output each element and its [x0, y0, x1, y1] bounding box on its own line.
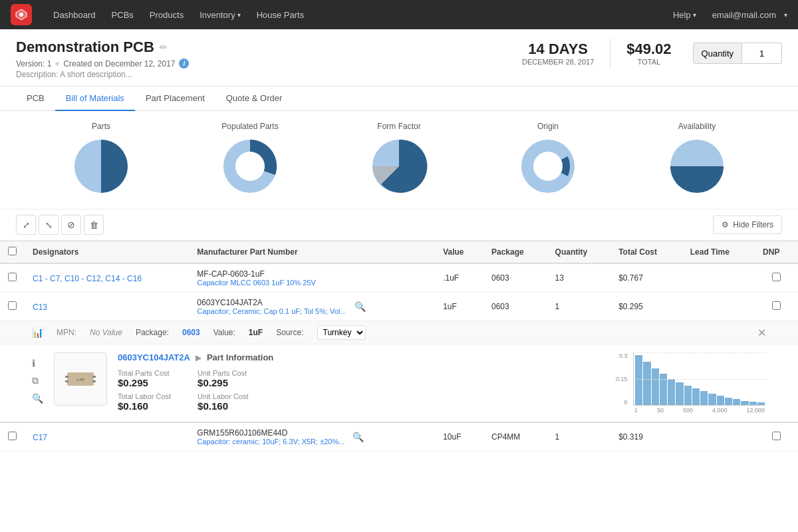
nav-help[interactable]: Help ▾ — [665, 0, 704, 29]
total-parts-cost-label: Total Parts Cost — [118, 369, 171, 377]
collapse-btn[interactable]: ⤡ — [39, 215, 59, 235]
info-detail-icon[interactable]: ℹ — [32, 358, 43, 368]
search-mpn-btn[interactable]: 🔍 — [352, 301, 368, 312]
nav-email[interactable]: email@mail.com — [704, 0, 784, 29]
filter-clear-btn[interactable]: ⊘ — [61, 215, 81, 235]
total-section: $49.02 TOTAL — [610, 41, 687, 66]
dnp-checkbox[interactable] — [772, 432, 781, 440]
quantity-cell: 13 — [547, 263, 611, 293]
package-cell: 0603 — [483, 263, 547, 293]
chart-populated-parts: Populated Parts — [220, 122, 280, 198]
delete-btn[interactable]: 🗑 — [84, 215, 104, 235]
part-detail-link[interactable]: 0603YC104JAT2A — [118, 352, 190, 362]
nav-dashboard[interactable]: Dashboard — [45, 0, 104, 29]
quantity-input[interactable] — [742, 43, 782, 64]
expand-btn[interactable]: ⤢ — [16, 215, 36, 235]
svg-rect-9 — [65, 376, 68, 378]
logo[interactable] — [11, 4, 32, 25]
mpn-desc: Capacitor MLCC 0603 1uF 10% 25V — [197, 279, 427, 287]
page-header: Demonstration PCB ✏ Version: 1 ▾ Created… — [0, 29, 798, 86]
quantity-section: Quantity — [693, 43, 782, 64]
copy-icon[interactable]: ⧉ — [32, 375, 43, 386]
tab-bom[interactable]: Bill of Materials — [55, 86, 135, 111]
hide-filters-btn[interactable]: ⚙ Hide Filters — [713, 215, 782, 234]
quantity-cell: 1 — [547, 422, 611, 452]
search-detail-icon[interactable]: 🔍 — [32, 393, 43, 404]
mpn-desc: Capacitor: ceramic; 10uF; 6.3V; X5R; ±20… — [197, 438, 344, 446]
row-checkbox[interactable] — [8, 432, 17, 440]
quantity-cell: 1 — [547, 293, 611, 321]
total-label: TOTAL — [626, 58, 671, 66]
toolbar: ⤢ ⤡ ⊘ 🗑 ⚙ Hide Filters — [0, 209, 798, 241]
version-select[interactable]: Version: 1 — [16, 59, 51, 68]
svg-point-0 — [19, 13, 23, 17]
cost-cell: $0.319 — [610, 422, 682, 452]
title-section: Demonstration PCB ✏ Version: 1 ▾ Created… — [16, 39, 189, 79]
mpn-value: No Value — [90, 328, 122, 337]
source-select[interactable]: Turnkey — [317, 325, 366, 340]
package-label: Package: — [136, 328, 169, 337]
table-row: C1 - C7, C10 - C12, C14 - C16 MF-CAP-060… — [0, 263, 798, 293]
dnp-checkbox[interactable] — [772, 273, 781, 281]
expanded-bar-row: 📊 MPN: No Value Package: 0603 Value: 1uF… — [0, 321, 798, 344]
svg-rect-10 — [65, 380, 68, 382]
lead-time-cell — [682, 263, 755, 293]
bar-chart-icon[interactable]: 📊 — [32, 327, 43, 338]
part-thumbnail: CAP — [54, 352, 107, 406]
bom-table-wrapper: Designators Manufacturer Part Number Val… — [0, 241, 798, 452]
total-labor-cost-label: Total Labor Cost — [118, 392, 171, 400]
topnav: Dashboard PCBs Products Inventory ▾ Hous… — [0, 0, 798, 29]
tab-pcb[interactable]: PCB — [16, 86, 55, 111]
svg-rect-12 — [92, 380, 96, 382]
page-title: Demonstration PCB — [16, 39, 154, 56]
chart-origin: Origin — [518, 122, 578, 198]
package-value[interactable]: 0603 — [182, 328, 200, 337]
created-label: Created on December 12, 2017 — [63, 59, 175, 68]
dnp-cell — [755, 293, 798, 321]
mpn-desc: Capacitor; Ceramic; Cap 0.1 uF; Tol 5%; … — [197, 307, 346, 315]
search-mpn-btn[interactable]: 🔍 — [350, 432, 366, 442]
days-date: DECEMBER 28, 2017 — [522, 58, 594, 66]
nav-house-parts[interactable]: House Parts — [249, 0, 313, 29]
header-meta: 14 DAYS DECEMBER 28, 2017 $49.02 TOTAL Q… — [506, 39, 782, 68]
edit-title-icon[interactable]: ✏ — [160, 42, 168, 53]
svg-point-6 — [533, 152, 563, 181]
row-checkbox[interactable] — [8, 301, 17, 310]
select-all-checkbox[interactable] — [8, 247, 17, 255]
chart-availability: Availability — [667, 122, 727, 198]
unit-parts-cost-label: Unit Parts Cost — [198, 369, 248, 377]
unit-parts-cost-value: $0.295 — [198, 377, 248, 388]
dnp-cell — [755, 422, 798, 452]
value-cell: 1uF — [435, 293, 483, 321]
total-labor-cost-value: $0.160 — [118, 400, 171, 412]
arrow-icon: ▶ — [196, 353, 201, 362]
close-expanded-icon[interactable]: ✕ — [757, 327, 766, 339]
svg-point-3 — [235, 152, 265, 181]
tab-quote-order[interactable]: Quote & Order — [215, 86, 293, 111]
value-label: Value: — [213, 328, 235, 337]
lead-time-cell — [682, 293, 755, 321]
cost-cell: $0.295 — [610, 293, 682, 321]
nav-inventory[interactable]: Inventory ▾ — [192, 0, 248, 29]
total-parts-cost-value: $0.295 — [118, 377, 171, 388]
value-value: 1uF — [249, 328, 263, 337]
nav-pcbs[interactable]: PCBs — [104, 0, 142, 29]
mpn-id: MF-CAP-0603-1uF — [197, 269, 427, 279]
dnp-checkbox[interactable] — [772, 301, 781, 310]
row-checkbox[interactable] — [8, 273, 17, 281]
tab-part-placement[interactable]: Part Placement — [135, 86, 215, 111]
days-section: 14 DAYS DECEMBER 28, 2017 — [506, 41, 610, 66]
source-label: Source: — [276, 328, 303, 337]
lead-time-cell — [682, 422, 755, 452]
designator-link[interactable]: C17 — [33, 433, 47, 442]
mpn-label: MPN: — [57, 328, 76, 337]
tabs-bar: PCB Bill of Materials Part Placement Quo… — [0, 86, 798, 111]
designator-link[interactable]: C1 - C7, C10 - C12, C14 - C16 — [33, 274, 142, 283]
th-quantity: Quantity — [547, 241, 611, 264]
designator-link[interactable]: C13 — [33, 303, 47, 312]
unit-labor-cost-label: Unit Labor Cost — [198, 392, 248, 400]
nav-products[interactable]: Products — [142, 0, 192, 29]
info-icon[interactable]: i — [179, 59, 189, 68]
quantity-label-btn[interactable]: Quantity — [693, 43, 742, 64]
chart-parts: Parts — [71, 122, 131, 198]
